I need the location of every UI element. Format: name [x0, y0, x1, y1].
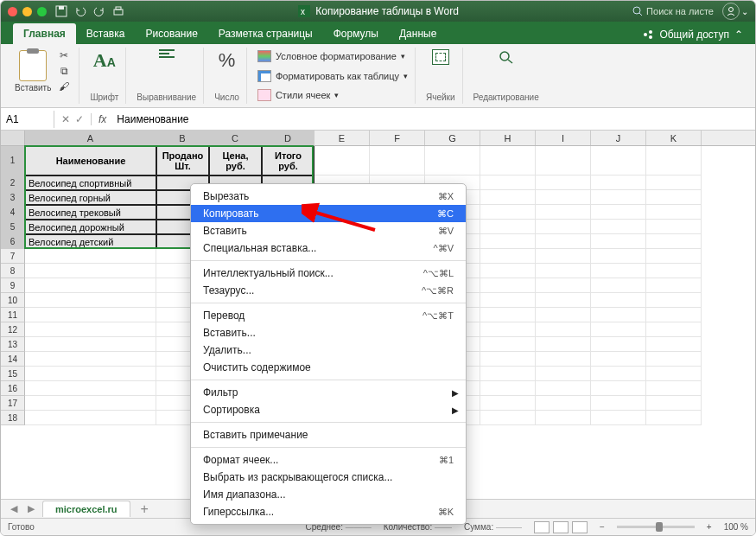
row-header[interactable]: 11	[1, 308, 25, 322]
row-header[interactable]: 12	[1, 322, 25, 337]
paste-button[interactable]: Вставить	[15, 50, 51, 93]
cut-icon[interactable]: ✂	[56, 49, 72, 61]
chevron-down-icon[interactable]: ⌄	[741, 7, 748, 16]
column-header[interactable]: C	[209, 131, 262, 145]
cell[interactable]	[591, 293, 646, 308]
row-header[interactable]: 3	[1, 190, 25, 205]
maximize-icon[interactable]	[37, 7, 47, 16]
cell[interactable]	[480, 175, 536, 190]
cell[interactable]	[646, 352, 702, 367]
row-header[interactable]: 6	[1, 234, 25, 249]
cell[interactable]	[480, 190, 536, 205]
menu-item[interactable]: Копировать⌘C	[191, 205, 466, 222]
cell[interactable]	[25, 396, 156, 411]
row-header[interactable]: 18	[1, 411, 25, 425]
cell[interactable]	[536, 411, 591, 425]
cancel-icon[interactable]: ✕	[61, 113, 70, 125]
select-all-corner[interactable]	[1, 131, 25, 145]
zoom-slider[interactable]	[617, 526, 695, 528]
fx-icon[interactable]: fx	[92, 113, 113, 125]
formula-input[interactable]: Наименование	[113, 113, 188, 125]
row-header[interactable]: 14	[1, 352, 25, 367]
cell[interactable]	[536, 308, 591, 322]
cell[interactable]: ПроданоШт.	[156, 146, 209, 175]
menu-item[interactable]: Сортировка▶	[191, 401, 466, 418]
cell[interactable]	[480, 234, 536, 249]
cell[interactable]	[646, 234, 702, 249]
cell[interactable]	[591, 411, 646, 425]
cell[interactable]	[25, 381, 156, 396]
cell[interactable]	[646, 190, 702, 205]
menu-item[interactable]: Выбрать из раскрывающегося списка...	[191, 469, 466, 486]
cell[interactable]	[25, 352, 156, 367]
menu-item[interactable]: Вырезать⌘X	[191, 188, 466, 205]
cell[interactable]	[536, 293, 591, 308]
cell[interactable]	[646, 367, 702, 381]
format-as-table-button[interactable]: Форматировать как таблицу▾	[257, 69, 408, 83]
enter-icon[interactable]: ✓	[75, 113, 84, 125]
cell[interactable]	[591, 322, 646, 337]
nav-next-icon[interactable]: ▶	[25, 503, 37, 514]
zoom-in-icon[interactable]: +	[707, 522, 712, 532]
column-header[interactable]: I	[536, 131, 591, 145]
cell[interactable]	[536, 322, 591, 337]
row-header[interactable]: 7	[1, 249, 25, 264]
format-painter-icon[interactable]: 🖌	[56, 80, 72, 93]
tab-formulas[interactable]: Формулы	[323, 23, 389, 44]
cell[interactable]	[536, 264, 591, 278]
cell[interactable]	[536, 278, 591, 293]
menu-item[interactable]: Формат ячеек...⌘1	[191, 451, 466, 469]
menu-item[interactable]: Специальная вставка...^⌘V	[191, 239, 466, 257]
tab-home[interactable]: Главная	[13, 23, 76, 44]
alignment-icon[interactable]	[159, 49, 175, 58]
cell[interactable]	[25, 308, 156, 322]
cell[interactable]	[591, 264, 646, 278]
cell[interactable]	[425, 146, 480, 175]
cell[interactable]	[591, 308, 646, 322]
view-page-break-icon[interactable]	[572, 521, 588, 533]
cell[interactable]	[370, 146, 425, 175]
cell[interactable]	[25, 322, 156, 337]
cell[interactable]: Велосипед детский	[25, 234, 156, 249]
cell[interactable]: Наименование	[25, 146, 156, 175]
cell[interactable]	[646, 249, 702, 264]
column-header[interactable]: J	[591, 131, 646, 145]
cell[interactable]	[591, 381, 646, 396]
cell[interactable]	[480, 249, 536, 264]
sheet-tab[interactable]: microexcel.ru	[42, 501, 130, 517]
column-header[interactable]: E	[314, 131, 370, 145]
tab-page-layout[interactable]: Разметка страницы	[208, 23, 323, 44]
cell[interactable]	[646, 337, 702, 352]
view-normal-icon[interactable]	[534, 521, 550, 533]
cell[interactable]	[646, 146, 702, 175]
cell[interactable]	[536, 367, 591, 381]
cell[interactable]	[591, 205, 646, 220]
cell[interactable]	[480, 396, 536, 411]
menu-item[interactable]: Вставить примечание	[191, 426, 466, 443]
cell[interactable]	[591, 396, 646, 411]
row-header[interactable]: 16	[1, 381, 25, 396]
cell[interactable]	[591, 367, 646, 381]
cell[interactable]	[646, 293, 702, 308]
row-header[interactable]: 10	[1, 293, 25, 308]
cell[interactable]	[646, 264, 702, 278]
cell[interactable]	[25, 411, 156, 425]
menu-item[interactable]: Тезаурус...^⌥⌘R	[191, 282, 466, 299]
search-box[interactable]: Поиск на листе	[632, 6, 714, 16]
editing-icon[interactable]	[498, 49, 515, 65]
cell[interactable]	[646, 175, 702, 190]
user-account-icon[interactable]	[722, 3, 740, 20]
menu-item[interactable]: Очистить содержимое	[191, 359, 466, 376]
row-header[interactable]: 15	[1, 367, 25, 381]
cell[interactable]	[591, 337, 646, 352]
cell-styles-button[interactable]: Стили ячеек▾	[257, 88, 339, 102]
cell[interactable]: Итогоруб.	[262, 146, 314, 175]
cell[interactable]	[480, 293, 536, 308]
row-header[interactable]: 8	[1, 264, 25, 278]
cell[interactable]	[25, 293, 156, 308]
view-page-layout-icon[interactable]	[553, 521, 569, 533]
cell[interactable]	[646, 381, 702, 396]
cell[interactable]	[591, 190, 646, 205]
column-header[interactable]: B	[156, 131, 209, 145]
tab-draw[interactable]: Рисование	[135, 23, 207, 44]
